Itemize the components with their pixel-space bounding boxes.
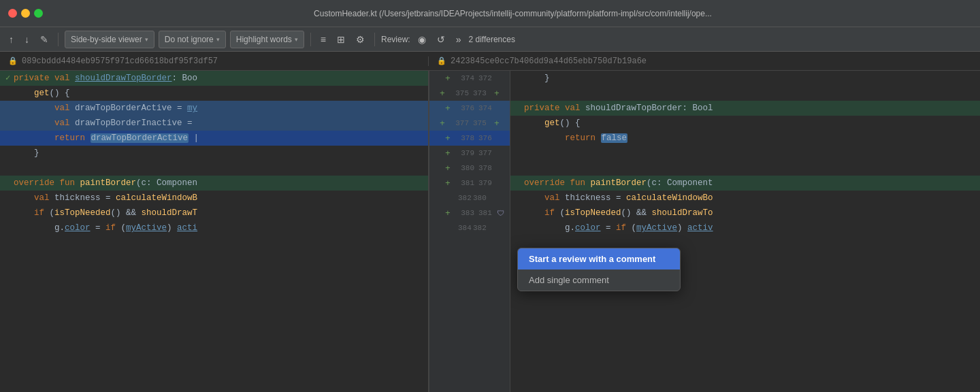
viewer-dropdown[interactable]: Side-by-side viewer ▾ [65, 31, 154, 48]
single-comment-item[interactable]: Add single comment [518, 270, 680, 291]
diff-count: 2 differences [468, 35, 515, 44]
highlight-label: Highlight words [236, 35, 292, 44]
left-line-378: return drawTopBorderActive | [0, 131, 428, 146]
traffic-lights [8, 9, 43, 18]
right-code-382: g.color = if (myActive) activ [524, 220, 713, 235]
gutter-376: + 376 374 [429, 101, 510, 116]
diff-area: ✓ private val shouldDrawTopBorder: Boo g… [0, 71, 980, 392]
chevron-down-icon: ▾ [145, 36, 148, 43]
right-line-372: } [510, 71, 980, 86]
left-code-376: val drawTopBorderActive = my [14, 101, 197, 116]
right-linenum-373: 373 [470, 89, 491, 97]
left-line-384: g.color = if (myActive) acti [0, 220, 428, 235]
right-linenum-377: 377 [476, 149, 496, 157]
left-linenum-376: 376 [454, 104, 474, 112]
minimize-button[interactable] [21, 9, 30, 18]
left-code-381: override fun paintBorder(c: Componen [14, 176, 197, 191]
add-comment-374[interactable]: + [443, 74, 453, 84]
right-line-382: g.color = if (myActive) activ [510, 220, 980, 235]
left-code-375: get() { [14, 86, 70, 101]
align-button[interactable]: ≡ [317, 32, 329, 47]
gutter-377: + 377 375 + [429, 116, 510, 131]
gutter-380: + 380 378 [429, 161, 510, 176]
left-code-378: return drawTopBorderActive | [14, 131, 199, 146]
left-commit: 🔒 089cbddd4484eb9575f971cd66618bdf95f3df… [0, 56, 429, 66]
check-icon: ✓ [5, 71, 14, 86]
right-code-372: } [524, 71, 550, 86]
window-title: CustomHeader.kt (/Users/jetbrains/IDEAPr… [54, 9, 972, 18]
gutter-378: + 378 376 [429, 131, 510, 146]
right-code: } private val shouldDrawTopBorder: Bool … [510, 71, 980, 235]
left-linenum-377: 377 [448, 119, 469, 127]
commit-bar: 🔒 089cbddd4484eb9575f971cd66618bdf95f3df… [0, 52, 980, 71]
separator-2 [310, 33, 311, 46]
right-linenum-372: 372 [476, 74, 496, 82]
gutter-382: 382 380 [429, 191, 510, 206]
single-comment-label: Add single comment [529, 275, 609, 285]
close-button[interactable] [8, 9, 17, 18]
left-panel: ✓ private val shouldDrawTopBorder: Boo g… [0, 71, 429, 392]
add-comment-375r[interactable]: + [492, 118, 502, 129]
separator-1 [58, 33, 59, 46]
refresh-button[interactable]: ↺ [434, 32, 448, 47]
separator-3 [374, 33, 375, 46]
add-comment-377[interactable]: + [438, 118, 447, 129]
eye-button[interactable]: ◉ [414, 32, 429, 47]
ignore-label: Do not ignore [165, 35, 214, 44]
start-review-label: Start a review with a comment [529, 254, 655, 264]
edit-button[interactable]: ✎ [37, 32, 52, 47]
right-line-379: override fun paintBorder(c: Component [510, 176, 980, 191]
left-linenum-374: 374 [454, 74, 474, 82]
add-comment-375[interactable]: + [438, 88, 447, 99]
columns-button[interactable]: ⊞ [333, 32, 348, 47]
ignore-dropdown[interactable]: Do not ignore ▾ [159, 31, 226, 48]
right-line-375: get() { [510, 116, 980, 131]
add-comment-380[interactable]: + [443, 163, 453, 174]
right-line-373 [510, 86, 980, 101]
gutter-374: + 374 372 [429, 71, 510, 86]
right-commit: 🔒 2423845ce0cc7b406dd9a44d65ebb750d7b19a… [429, 56, 980, 66]
lock-icon-right: 🔒 [437, 56, 446, 65]
add-comment-381[interactable]: + [443, 178, 453, 189]
lock-icon-left: 🔒 [8, 56, 18, 65]
left-line-380 [0, 161, 428, 176]
left-code-383: if (isTopNeeded() && shouldDrawT [14, 206, 197, 220]
right-linenum-374: 374 [476, 104, 496, 112]
maximize-button[interactable] [34, 9, 43, 18]
context-menu: Start a review with a comment Add single… [517, 248, 681, 291]
settings-button[interactable]: ⚙ [353, 32, 368, 47]
viewer-label: Side-by-side viewer [71, 35, 142, 44]
more-button[interactable]: » [453, 32, 465, 47]
left-linenum-379: 379 [454, 149, 474, 157]
right-panel: } private val shouldDrawTopBorder: Bool … [510, 71, 980, 392]
gutter-383: + 383 381🛡 [429, 206, 510, 220]
left-linenum-380: 380 [454, 164, 474, 172]
right-linenum-381: 381🛡 [476, 209, 496, 217]
start-review-item[interactable]: Start a review with a comment [518, 248, 680, 270]
gutter-center: + 374 372 + 375 373 + + 376 374 + 377 37… [429, 71, 510, 392]
gutter-384: 384 382 [429, 220, 510, 235]
highlight-dropdown[interactable]: Highlight words ▾ [230, 31, 304, 48]
next-diff-button[interactable]: ↓ [21, 32, 33, 47]
title-bar: CustomHeader.kt (/Users/jetbrains/IDEAPr… [0, 0, 980, 27]
right-line-376: return false [510, 131, 980, 146]
left-code: ✓ private val shouldDrawTopBorder: Boo g… [0, 71, 428, 235]
right-linenum-382: 382 [470, 224, 491, 232]
right-linenum-376: 376 [476, 134, 496, 142]
left-linenum-384: 384 [448, 224, 469, 232]
add-comment-379[interactable]: + [443, 148, 453, 159]
left-line-375: get() { [0, 86, 428, 101]
add-comment-376[interactable]: + [443, 103, 453, 114]
left-line-382: val thickness = calculateWindowB [0, 191, 428, 206]
left-linenum-381: 381 [454, 179, 474, 187]
prev-diff-button[interactable]: ↑ [5, 32, 17, 47]
add-comment-378[interactable]: + [443, 133, 453, 144]
right-linenum-378: 378 [476, 164, 496, 172]
left-linenum-378: 378 [454, 134, 474, 142]
right-code-381: if (isTopNeeded() && shouldDrawTo [524, 206, 713, 220]
left-linenum-382: 382 [448, 194, 469, 202]
right-commit-hash: 2423845ce0cc7b406dd9a44d65ebb750d7b19a6e [451, 56, 647, 66]
add-comment-383[interactable]: + [443, 208, 453, 218]
add-comment-373[interactable]: + [492, 88, 502, 99]
right-line-377 [510, 146, 980, 161]
